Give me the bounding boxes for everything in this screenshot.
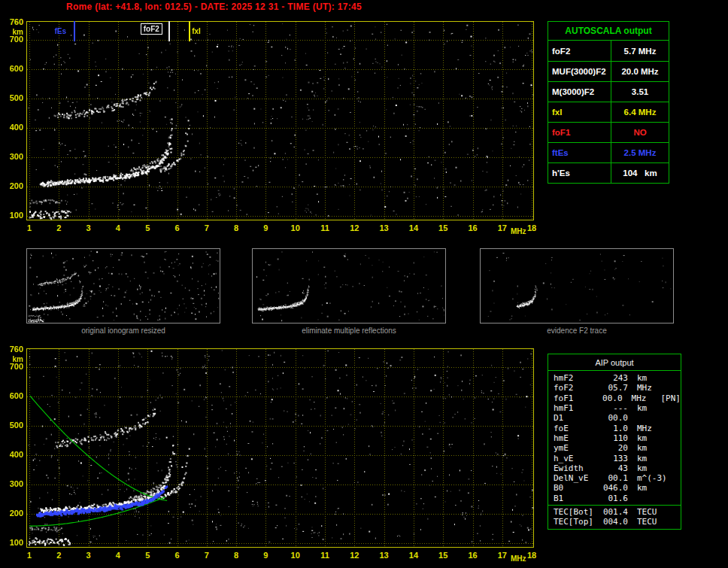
y-axis-unit-label: km bbox=[2, 355, 23, 363]
aip-param-unit: km bbox=[628, 433, 667, 443]
autoscala-param-label: foF2 bbox=[548, 41, 611, 61]
aip-param-unit: km bbox=[628, 403, 667, 413]
x-tick-label: 11 bbox=[316, 551, 334, 560]
x-tick-label: 1 bbox=[20, 551, 38, 560]
aip-tec-label: TEC[Bot] bbox=[548, 507, 596, 517]
x-tick-label: 2 bbox=[50, 551, 68, 560]
x-tick-label: 15 bbox=[434, 551, 452, 560]
foF2-marker-label: foF2 bbox=[141, 23, 162, 35]
autoscala-row: MUF(3000)F220.0 MHz bbox=[548, 61, 669, 81]
autoscala-row: foF25.7 MHz bbox=[548, 41, 669, 61]
aip-param-unit: km bbox=[628, 454, 667, 463]
aip-tec-row: TEC[Bot]001.4TECU bbox=[548, 507, 681, 517]
x-axis-unit-label: MHz bbox=[511, 227, 526, 235]
aip-tec-rows: TEC[Bot]001.4TECUTEC[Top]004.0TECU bbox=[548, 507, 681, 527]
aip-param-unit: MHz bbox=[623, 393, 660, 403]
aip-table-title: AIP output bbox=[548, 354, 681, 371]
aip-table-rows: hmF2243kmfoF205.7MHzfoF100.0MHz[PN]hmF1-… bbox=[548, 371, 681, 503]
thumbnail-caption-eliminate: eliminate multiple reflections bbox=[252, 327, 446, 335]
aip-row: hmE110km bbox=[548, 433, 681, 443]
aip-param-label: Ewidth bbox=[548, 463, 596, 473]
aip-param-unit: km bbox=[628, 463, 667, 473]
x-tick-label: 16 bbox=[464, 551, 482, 560]
aip-tec-unit: TECU bbox=[628, 517, 667, 527]
ionogram-fitted: 760700600500400300200100km12345678910111… bbox=[26, 348, 534, 548]
y-tick-label: 400 bbox=[2, 123, 23, 132]
aip-param-value: 243 bbox=[596, 373, 628, 383]
autoscala-table-rows: foF25.7 MHzMUF(3000)F220.0 MHzM(3000)F23… bbox=[548, 41, 669, 183]
x-tick-label: 8 bbox=[227, 551, 245, 560]
y-tick-label: 300 bbox=[2, 479, 23, 488]
autoscala-param-label: fxI bbox=[548, 102, 611, 122]
aip-tec-value: 001.4 bbox=[596, 507, 628, 517]
aip-param-label: hmF2 bbox=[548, 373, 596, 383]
aip-param-value: 133 bbox=[596, 454, 628, 463]
aip-param-label: foE bbox=[548, 424, 596, 433]
x-tick-label: 14 bbox=[405, 551, 423, 560]
x-tick-label: 14 bbox=[405, 223, 423, 232]
autoscala-param-label: MUF(3000)F2 bbox=[548, 62, 611, 81]
fEs-marker-label: fEs bbox=[38, 27, 66, 35]
y-tick-label: 100 bbox=[2, 538, 23, 547]
aip-param-label: foF1 bbox=[548, 393, 593, 403]
aip-param-unit: m^(-3) bbox=[628, 473, 667, 483]
aip-row: hmF1---km bbox=[548, 403, 681, 413]
aip-param-value: 1.0 bbox=[596, 424, 628, 433]
x-tick-label: 4 bbox=[109, 223, 127, 232]
autoscala-app: Rome (lat: +41.8, lon: 012.5) - DATE: 20… bbox=[0, 0, 728, 568]
x-tick-label: 3 bbox=[80, 551, 98, 560]
x-tick-label: 10 bbox=[287, 223, 305, 232]
autoscala-param-label: foF1 bbox=[548, 123, 611, 142]
x-tick-label: 16 bbox=[464, 223, 482, 232]
x-tick-label: 2 bbox=[50, 223, 68, 232]
thumbnail-original-canvas bbox=[27, 249, 220, 323]
aip-row: hmF2243km bbox=[548, 373, 681, 383]
autoscala-row: fxI6.4 MHz bbox=[548, 102, 669, 122]
aip-param-label: foF2 bbox=[548, 383, 596, 393]
y-tick-label: 760 bbox=[2, 345, 23, 354]
y-tick-label: 300 bbox=[2, 152, 23, 161]
aip-row: h_vE133km bbox=[548, 453, 681, 463]
aip-param-unit: MHz bbox=[628, 424, 667, 433]
x-tick-label: 1 bbox=[20, 223, 38, 232]
y-tick-label: 100 bbox=[2, 211, 23, 220]
ionogram-main-canvas bbox=[26, 21, 534, 220]
autoscala-param-value: 20.0 MHz bbox=[611, 67, 669, 76]
y-tick-label: 600 bbox=[2, 64, 23, 73]
thumbnail-original-ionogram bbox=[26, 248, 220, 323]
aip-param-value: 00.1 bbox=[596, 473, 628, 483]
aip-param-label: DelN_vE bbox=[548, 473, 596, 483]
x-tick-label: 15 bbox=[434, 223, 452, 232]
y-tick-label: 500 bbox=[2, 93, 23, 102]
x-tick-label: 6 bbox=[168, 223, 187, 232]
x-tick-label: 5 bbox=[138, 551, 156, 560]
autoscala-row: ftEs2.5 MHz bbox=[548, 142, 669, 163]
y-tick-label: 600 bbox=[2, 391, 23, 400]
y-tick-label: 500 bbox=[2, 421, 23, 430]
aip-tec-value: 004.0 bbox=[596, 517, 628, 527]
aip-param-label: D1 bbox=[548, 413, 596, 423]
aip-param-value: 046.0 bbox=[596, 483, 628, 493]
x-axis-unit-label: MHz bbox=[511, 554, 526, 563]
aip-row: Ewidth43km bbox=[548, 463, 681, 473]
y-tick-label: 760 bbox=[2, 17, 23, 26]
aip-param-unit: km bbox=[628, 373, 667, 383]
aip-row: B101.6 bbox=[548, 494, 681, 503]
thumbnail-f2-canvas bbox=[481, 249, 673, 323]
y-tick-label: 700 bbox=[2, 35, 23, 44]
fxI-marker-label: fxI bbox=[192, 27, 201, 35]
foF2-marker-line bbox=[168, 21, 170, 41]
aip-param-label: ymE bbox=[548, 443, 596, 453]
aip-row: foE1.0MHz bbox=[548, 423, 681, 433]
aip-tec-separator bbox=[548, 505, 681, 506]
autoscala-param-value: 2.5 MHz bbox=[611, 148, 669, 157]
aip-param-value: 00.0 bbox=[593, 393, 623, 403]
aip-output-table: AIP output hmF2243kmfoF205.7MHzfoF100.0M… bbox=[548, 354, 681, 530]
aip-param-unit: MHz bbox=[628, 383, 667, 393]
x-tick-label: 7 bbox=[198, 551, 216, 560]
aip-row: foF100.0MHz[PN] bbox=[548, 393, 681, 403]
aip-param-value: 05.7 bbox=[596, 383, 628, 393]
aip-row: DelN_vE00.1m^(-3) bbox=[548, 473, 681, 483]
aip-param-value: 01.6 bbox=[596, 494, 628, 503]
thumbnail-eliminate-canvas bbox=[253, 249, 445, 323]
